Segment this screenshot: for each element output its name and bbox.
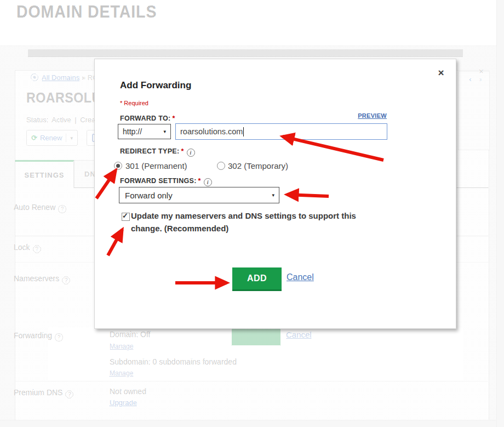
chevron-down-icon: ▾ bbox=[70, 135, 73, 141]
close-icon[interactable]: × bbox=[434, 66, 448, 80]
add-button[interactable]: ADD bbox=[232, 267, 282, 291]
forwarding-label: Forwarding bbox=[14, 331, 52, 340]
domain-status-line: Status: Active | Created bbox=[26, 116, 106, 124]
panel-next-icon: › bbox=[479, 75, 482, 83]
help-icon: ? bbox=[65, 390, 73, 398]
help-icon: ? bbox=[33, 245, 41, 253]
redirect-type-label-text: REDIRECT TYPE: bbox=[120, 147, 179, 155]
required-asterisk: * bbox=[181, 147, 184, 155]
text-cursor bbox=[243, 127, 244, 136]
tab-settings-label: SETTINGS bbox=[24, 171, 64, 179]
forwarding-subdomain-manage-link: Manage bbox=[110, 369, 133, 377]
protocol-select[interactable]: http:// ▾ bbox=[118, 124, 171, 139]
forwarding-manage-link: Manage bbox=[110, 343, 133, 350]
auto-renew-label: Auto Renew bbox=[14, 203, 55, 212]
horizontal-scrollbar-track[interactable] bbox=[0, 420, 496, 427]
premium-dns-status: Not owned bbox=[110, 387, 146, 396]
premium-dns-label: Premium DNS bbox=[14, 388, 62, 397]
background-save-button bbox=[232, 328, 280, 345]
breadcrumb-all-domains-link: All Domains bbox=[42, 73, 79, 82]
forward-settings-select-value: Forward only bbox=[125, 191, 173, 200]
radio-302-temporary[interactable] bbox=[217, 162, 225, 170]
row-label-premium-dns: Premium DNS? bbox=[14, 388, 73, 398]
protocol-select-value: http:// bbox=[123, 127, 142, 136]
select-caret-icon: ▾ bbox=[272, 192, 274, 198]
nameservers-label: Nameservers bbox=[14, 274, 59, 283]
forwarding-domain-status: Domain: Off bbox=[110, 330, 150, 339]
update-dns-checkbox-label[interactable]: Update my nameservers and DNS settings t… bbox=[131, 209, 368, 235]
required-asterisk: * bbox=[172, 115, 175, 122]
help-icon: ? bbox=[58, 205, 66, 213]
select-caret-icon: ▾ bbox=[163, 129, 166, 134]
preview-link[interactable]: PREVIEW bbox=[358, 112, 387, 119]
renew-icon: ⟳ bbox=[31, 134, 37, 142]
home-icon bbox=[31, 73, 38, 81]
screen: DOMAIN DETAILS All Domains » ROARSOLUTIO… bbox=[0, 0, 504, 427]
help-icon: ? bbox=[55, 333, 63, 341]
forward-settings-select[interactable]: Forward only ▾ bbox=[119, 187, 279, 203]
lock-label: Lock bbox=[14, 243, 30, 252]
panel-close-icon: × bbox=[479, 66, 484, 76]
row-label-forwarding: Forwarding? bbox=[14, 331, 63, 341]
required-asterisk: * bbox=[198, 177, 201, 185]
forward-to-input-value: roarsolutions.com bbox=[180, 127, 243, 136]
row-label-nameservers: Nameservers? bbox=[14, 274, 70, 284]
page-title: DOMAIN DETAILS bbox=[16, 2, 157, 22]
radio-301-label[interactable]: 301 (Permanent) bbox=[125, 161, 187, 170]
premium-dns-upgrade-link: Upgrade bbox=[110, 398, 137, 407]
info-icon: i bbox=[187, 149, 195, 157]
redirect-type-label: REDIRECT TYPE:*i bbox=[120, 147, 195, 157]
vertical-scrollbar[interactable] bbox=[496, 0, 504, 427]
update-dns-checkbox[interactable] bbox=[122, 213, 130, 221]
forward-settings-label-text: FORWARD SETTINGS: bbox=[120, 177, 197, 185]
radio-301-permanent[interactable] bbox=[114, 162, 122, 170]
forward-settings-label: FORWARD SETTINGS:*i bbox=[120, 177, 212, 186]
button-divider bbox=[66, 133, 66, 143]
help-icon: ? bbox=[62, 276, 70, 284]
forward-to-label: FORWARD TO:* bbox=[120, 115, 175, 122]
radio-302-label[interactable]: 302 (Temporary) bbox=[228, 161, 288, 170]
modal-title: Add Forwarding bbox=[120, 80, 191, 91]
panel-prev-icon: ‹ bbox=[469, 75, 471, 83]
row-label-auto-renew: Auto Renew? bbox=[14, 203, 66, 213]
forward-to-input[interactable]: roarsolutions.com bbox=[175, 123, 387, 140]
renew-button: ⟳ Renew ▾ bbox=[26, 130, 78, 146]
header-divider bbox=[0, 45, 504, 46]
row-divider bbox=[15, 381, 488, 382]
required-note: * Required bbox=[120, 100, 148, 106]
renew-button-label: Renew bbox=[40, 134, 62, 142]
row-label-lock: Lock? bbox=[14, 243, 41, 253]
background-cancel-link: Cancel bbox=[286, 330, 312, 339]
forward-to-label-text: FORWARD TO: bbox=[120, 115, 170, 122]
cancel-link[interactable]: Cancel bbox=[287, 272, 314, 282]
side-panel-box bbox=[458, 71, 490, 150]
add-forwarding-modal: × Add Forwarding * Required FORWARD TO:*… bbox=[94, 59, 456, 329]
forwarding-subdomain-status: Subdomain: 0 subdomains forwarded bbox=[110, 357, 237, 366]
info-icon: i bbox=[204, 178, 212, 186]
tab-settings: SETTINGS bbox=[15, 160, 74, 188]
horizontal-scrollbar bbox=[28, 49, 463, 57]
